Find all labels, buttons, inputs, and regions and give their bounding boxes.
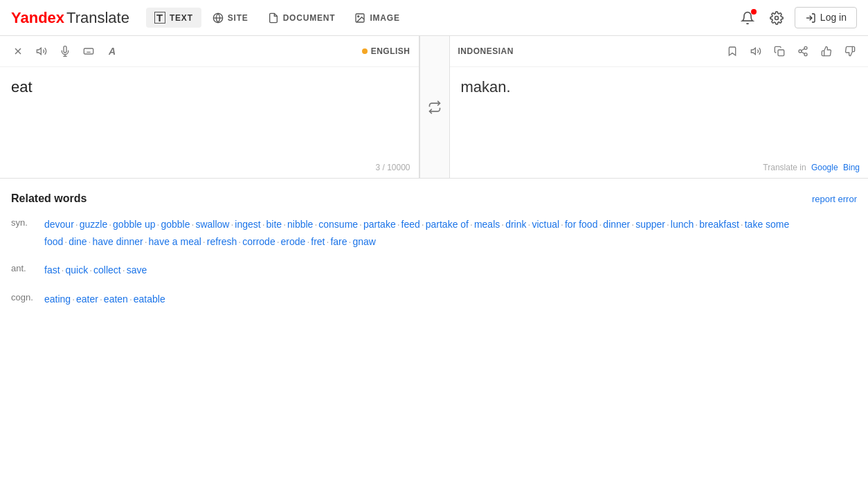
- logo[interactable]: Yandex Translate: [11, 9, 129, 27]
- source-font-button[interactable]: A: [102, 42, 122, 61]
- source-lang-badge: ENGLISH: [362, 46, 410, 56]
- source-mic-button[interactable]: [55, 42, 75, 61]
- nav-document-label: DOCUMENT: [283, 13, 336, 23]
- source-listen-button[interactable]: [32, 42, 51, 61]
- bing-link[interactable]: Bing: [843, 163, 860, 172]
- source-keyboard-button[interactable]: [79, 42, 98, 61]
- related-type-ant: ant.: [11, 262, 36, 273]
- text-icon: T: [154, 12, 165, 24]
- related-type-syn: syn.: [11, 216, 36, 228]
- word-guzzle[interactable]: guzzle: [80, 219, 107, 230]
- word-fret[interactable]: fret: [311, 236, 325, 247]
- related-words-ant: fast·quick·collect·save: [44, 262, 857, 279]
- nav-text[interactable]: T TEXT: [146, 8, 201, 28]
- word-corrode[interactable]: corrode: [242, 236, 275, 247]
- copy-button[interactable]: [770, 42, 789, 61]
- word-breakfast[interactable]: breakfast: [699, 219, 739, 230]
- word-gobble-up[interactable]: gobble up: [113, 219, 156, 230]
- word-have-a-meal[interactable]: have a meal: [149, 236, 201, 247]
- target-panel: INDONESIAN: [450, 36, 869, 178]
- word-dinner[interactable]: dinner: [603, 219, 630, 230]
- word-ingest[interactable]: ingest: [235, 219, 260, 230]
- nav-site-label: SITE: [228, 13, 248, 23]
- nav-site[interactable]: SITE: [204, 8, 257, 28]
- bookmark-button[interactable]: [723, 42, 742, 61]
- image-icon: [354, 12, 365, 24]
- word-partake-of[interactable]: partake of: [426, 219, 469, 230]
- source-toolbar: A ENGLISH: [0, 36, 419, 67]
- thumbup-icon: [821, 46, 832, 57]
- word-drink[interactable]: drink: [505, 219, 526, 230]
- word-eating[interactable]: eating: [44, 293, 71, 305]
- share-button[interactable]: [793, 42, 813, 61]
- google-link[interactable]: Google: [811, 163, 838, 172]
- word-lunch[interactable]: lunch: [671, 219, 694, 230]
- copy-icon: [774, 46, 785, 57]
- word-consume[interactable]: consume: [318, 219, 358, 230]
- target-toolbar-actions: [723, 42, 860, 61]
- svg-marker-8: [37, 48, 41, 55]
- word-eater[interactable]: eater: [76, 293, 98, 305]
- word-swallow[interactable]: swallow: [195, 219, 229, 230]
- word-gobble[interactable]: gobble: [161, 219, 190, 230]
- settings-button[interactable]: [766, 7, 788, 29]
- target-listen-button[interactable]: [746, 42, 766, 61]
- word-fare[interactable]: fare: [330, 236, 347, 247]
- related-words-cogn: eating·eater·eaten·eatable: [44, 291, 857, 308]
- word-fast[interactable]: fast: [44, 264, 60, 275]
- char-count: 3 / 10000: [375, 163, 410, 172]
- word-partake[interactable]: partake: [363, 219, 396, 230]
- word-eatable[interactable]: eatable: [134, 293, 165, 305]
- nav-image[interactable]: IMAGE: [346, 8, 408, 28]
- report-error-link[interactable]: report error: [812, 194, 857, 204]
- keyboard-icon: [83, 46, 94, 57]
- globe-icon: [213, 12, 224, 24]
- word-feed[interactable]: feed: [401, 219, 420, 230]
- word-refresh[interactable]: refresh: [207, 236, 237, 247]
- word-supper[interactable]: supper: [635, 219, 665, 230]
- word-collect[interactable]: collect: [93, 264, 121, 275]
- svg-marker-12: [751, 48, 755, 55]
- share-icon: [797, 46, 808, 57]
- lang-dot: [362, 48, 368, 54]
- nav-document[interactable]: DOCUMENT: [260, 8, 344, 28]
- word-save[interactable]: save: [127, 264, 147, 275]
- word-bite[interactable]: bite: [266, 219, 282, 230]
- word-meals[interactable]: meals: [474, 219, 500, 230]
- target-toolbar: INDONESIAN: [450, 36, 869, 67]
- related-section: Related words report error syn. devour·g…: [0, 179, 868, 333]
- svg-rect-11: [84, 48, 93, 54]
- word-erode[interactable]: erode: [281, 236, 306, 247]
- related-type-cogn: cogn.: [11, 291, 36, 302]
- related-row-syn: syn. devour·guzzle·gobble up·gobble·swal…: [11, 216, 857, 251]
- related-title: Related words: [11, 192, 87, 205]
- swap-icon: [428, 100, 442, 114]
- font-icon: A: [109, 46, 116, 57]
- swap-button[interactable]: [419, 36, 450, 178]
- word-eaten[interactable]: eaten: [104, 293, 128, 305]
- svg-point-15: [799, 50, 802, 53]
- word-gnaw[interactable]: gnaw: [352, 236, 375, 247]
- nav-image-label: IMAGE: [370, 13, 399, 23]
- target-speaker-icon: [750, 46, 761, 57]
- login-icon: [805, 12, 816, 24]
- bookmark-icon: [727, 46, 738, 57]
- login-button[interactable]: Log in: [795, 7, 857, 28]
- word-victual[interactable]: victual: [532, 219, 559, 230]
- speaker-icon: [36, 46, 47, 57]
- notification-button[interactable]: [736, 7, 759, 29]
- document-icon: [268, 12, 279, 24]
- word-for-food[interactable]: for food: [565, 219, 597, 230]
- word-have-dinner[interactable]: have dinner: [93, 236, 143, 247]
- word-quick[interactable]: quick: [65, 264, 88, 275]
- thumbup-button[interactable]: [817, 42, 836, 61]
- logo-translate: Translate: [66, 9, 129, 27]
- thumbdown-button[interactable]: [840, 42, 860, 61]
- word-dine[interactable]: dine: [69, 236, 87, 247]
- clear-button[interactable]: [8, 42, 28, 61]
- nav-text-label: TEXT: [170, 13, 193, 23]
- thumbdown-icon: [844, 46, 856, 57]
- svg-rect-13: [778, 50, 784, 56]
- word-nibble[interactable]: nibble: [287, 219, 313, 230]
- word-devour[interactable]: devour: [44, 219, 74, 230]
